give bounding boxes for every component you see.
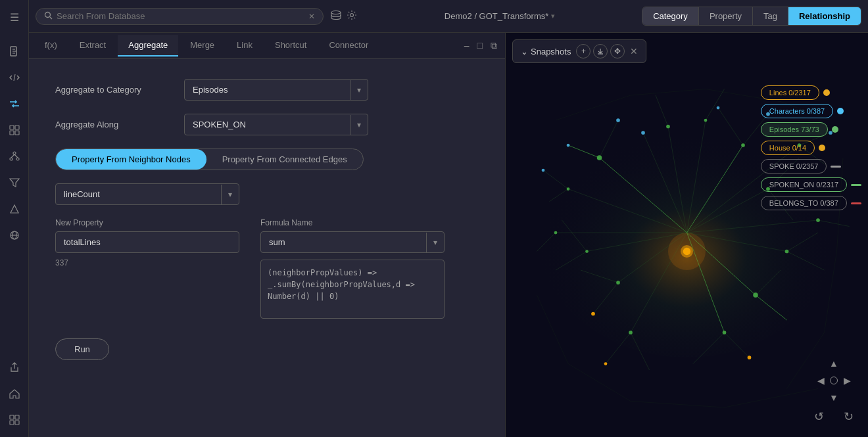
svg-point-99 <box>717 106 720 110</box>
tab-extract[interactable]: Extract <box>69 35 116 57</box>
legend-item-spoken-on: SPOKEN_ON 0/2317 <box>761 177 861 192</box>
formula-select[interactable]: sum ▾ <box>260 231 445 253</box>
center-nav: Demo2 / GOT_Transforms* ▾ <box>364 11 635 21</box>
svg-line-26 <box>50 17 52 19</box>
count-label: 337 <box>55 258 239 267</box>
code-icon[interactable] <box>3 66 26 89</box>
snapshots-label: ⌄ Snapshots <box>521 47 571 57</box>
legend-pill-characters[interactable]: Characters 0/387 <box>761 104 833 118</box>
formula-code-box[interactable]: (neighborPropValues) => _.sumBy(neighbor… <box>260 260 445 319</box>
svg-marker-16 <box>10 179 19 187</box>
nav-right-button[interactable]: ▶ <box>839 373 855 388</box>
hierarchy-icon[interactable] <box>3 145 26 168</box>
aggregate-to-category-select[interactable]: Episodes ▾ <box>184 79 368 101</box>
svg-rect-7 <box>10 126 14 129</box>
top-bar: ✕ Demo2 / GOT_Transforms* ▾ <box>29 0 868 33</box>
tab-relationship[interactable]: Relationship <box>788 7 861 25</box>
svg-rect-10 <box>15 131 19 135</box>
clear-search-icon[interactable]: ✕ <box>308 12 315 21</box>
tab-property[interactable]: Property <box>699 7 753 25</box>
legend-panel: Lines 0/2317 Characters 0/387 Episodes 7… <box>761 85 861 210</box>
nav-rotate-right-button[interactable]: ↻ <box>844 409 854 424</box>
svg-point-106 <box>604 362 608 365</box>
legend-pill-spoke[interactable]: SPOKE 0/2357 <box>761 159 827 173</box>
snapshot-move-button[interactable]: ✥ <box>610 44 625 58</box>
formula-select-arrow[interactable]: ▾ <box>427 238 444 247</box>
aggregate-along-select[interactable]: SPOKEN_ON ▾ <box>184 114 368 135</box>
form-content: Aggregate to Category Episodes ▾ Aggrega… <box>29 59 505 437</box>
property-select-arrow[interactable]: ▾ <box>222 190 239 199</box>
tab-tag[interactable]: Tag <box>753 7 788 25</box>
aggregate-along-arrow[interactable]: ▾ <box>350 120 368 129</box>
tab-connector[interactable]: Connector <box>318 35 379 57</box>
snapshots-chevron-icon[interactable]: ⌄ <box>521 47 528 57</box>
minimize-icon[interactable]: – <box>462 39 472 53</box>
filter-icon[interactable] <box>3 171 26 195</box>
nav-up-button[interactable]: ▲ <box>826 356 842 371</box>
svg-rect-22 <box>15 415 19 419</box>
search-input[interactable] <box>57 11 304 21</box>
tab-aggregate[interactable]: Aggregate <box>118 35 178 57</box>
toggle-connected-edges[interactable]: Property From Connected Edges <box>206 149 363 170</box>
svg-point-100 <box>542 169 545 172</box>
export-icon[interactable] <box>3 356 26 379</box>
project-dropdown-icon[interactable]: ▾ <box>551 12 555 20</box>
tab-fx[interactable]: f(x) <box>34 35 68 57</box>
menu-icon[interactable]: ☰ <box>3 5 26 29</box>
snapshot-add-button[interactable]: + <box>576 44 591 58</box>
svg-point-92 <box>554 231 558 235</box>
formula-name-col: Formula Name sum ▾ (neighborPropValues) … <box>260 218 445 319</box>
legend-pill-house[interactable]: House 0/14 <box>761 141 815 155</box>
aggregate-to-category-arrow[interactable]: ▾ <box>350 85 368 95</box>
legend-pill-belongs-to[interactable]: BELONGS_TO 0/387 <box>761 196 847 210</box>
tab-link[interactable]: Link <box>226 35 263 57</box>
run-button[interactable]: Run <box>55 338 109 360</box>
svg-point-89 <box>785 250 789 254</box>
maximize-icon[interactable]: ⧉ <box>488 39 500 53</box>
legend-dot-characters <box>837 108 844 114</box>
nav-rotate-left-button[interactable]: ↺ <box>814 409 824 424</box>
snapshot-download-button[interactable] <box>593 44 608 58</box>
property-select[interactable]: lineCount ▾ <box>55 183 239 205</box>
svg-point-102 <box>641 131 645 135</box>
toggle-neighbor-nodes[interactable]: Property From Neighbor Nodes <box>56 149 206 170</box>
search-icon <box>44 11 53 22</box>
legend-pill-spoken-on[interactable]: SPOKEN_ON 0/2317 <box>761 177 847 192</box>
legend-pill-lines[interactable]: Lines 0/2317 <box>761 85 819 100</box>
transform-icon[interactable] <box>3 92 26 116</box>
svg-line-14 <box>11 154 14 158</box>
property-toggle-group: Property From Neighbor Nodes Property Fr… <box>55 149 364 170</box>
new-property-input[interactable] <box>55 231 239 253</box>
svg-point-88 <box>629 331 633 334</box>
legend-pill-episodes[interactable]: Episodes 73/73 <box>761 122 828 137</box>
svg-point-104 <box>591 312 595 316</box>
restore-icon[interactable]: □ <box>475 39 485 53</box>
config-icon[interactable] <box>346 9 358 24</box>
project-label: Demo2 / GOT_Transforms* ▾ <box>445 11 555 21</box>
aggregate-to-category-value: Episodes <box>185 80 350 100</box>
search-box: ✕ <box>36 8 324 25</box>
nav-left-button[interactable]: ◀ <box>813 373 829 388</box>
snapshot-close-icon[interactable]: ✕ <box>630 46 638 57</box>
tab-merge[interactable]: Merge <box>180 35 225 57</box>
svg-rect-23 <box>10 421 14 425</box>
nav-down-button[interactable]: ▼ <box>826 390 842 405</box>
settings-icon[interactable] <box>3 408 26 432</box>
database-icon[interactable] <box>330 9 342 24</box>
formula-name-label: Formula Name <box>260 218 445 227</box>
home-icon[interactable] <box>3 382 26 405</box>
legend-dot-episodes <box>832 126 838 133</box>
aggregate-along-label: Aggregate Along <box>55 120 174 129</box>
document-icon[interactable] <box>3 39 26 63</box>
tab-category[interactable]: Category <box>642 7 699 25</box>
svg-point-105 <box>748 356 752 359</box>
legend-item-belongs-to: BELONGS_TO 0/387 <box>761 196 861 210</box>
tab-shortcut[interactable]: Shortcut <box>264 35 317 57</box>
globe-icon[interactable] <box>3 223 26 247</box>
two-col-row: New Property 337 Formula Name sum ▾ (nei… <box>55 218 479 319</box>
legend-item-characters: Characters 0/387 <box>761 104 861 118</box>
tab-bar-controls: – □ ⧉ <box>462 39 500 53</box>
analytics-icon[interactable] <box>3 197 26 221</box>
aggregate-along-row: Aggregate Along SPOKEN_ON ▾ <box>55 114 479 135</box>
grid-icon[interactable] <box>3 118 26 142</box>
